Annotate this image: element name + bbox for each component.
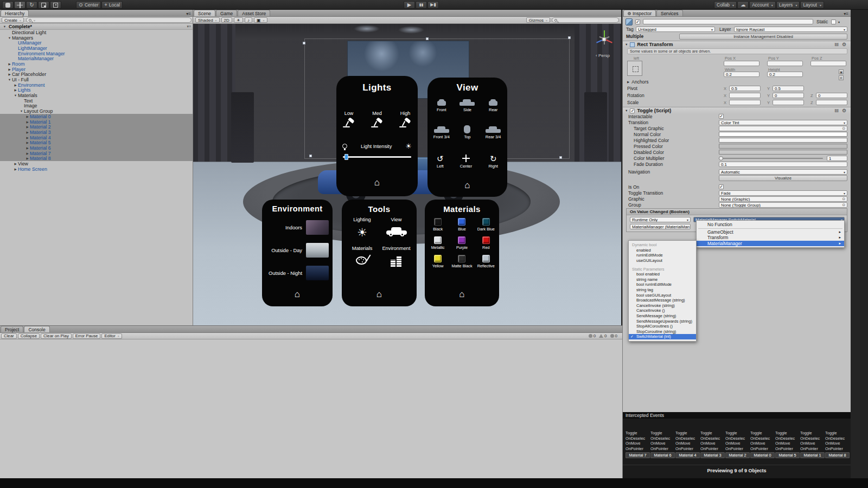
hierarchy-item-material-7[interactable]: ▶Material 7 bbox=[0, 151, 193, 156]
rect-tool-button[interactable] bbox=[50, 1, 61, 9]
rect-transform-gear-icon[interactable]: ⚙ bbox=[842, 42, 846, 47]
rotate-right-button[interactable]: ↻Right bbox=[488, 155, 498, 169]
submenu-item-sendmessage-string[interactable]: SendMessage (string) bbox=[629, 313, 696, 319]
rotate-left-button[interactable]: ↺Left bbox=[437, 155, 444, 169]
height-field[interactable]: 0.2 bbox=[767, 72, 803, 77]
hierarchy-item-material-2[interactable]: ▶Material 2 bbox=[0, 124, 193, 130]
submenu-item-switchmaterial-int[interactable]: ✓SwitchMaterial (int) bbox=[629, 334, 696, 339]
toggle-enabled-checkbox[interactable] bbox=[630, 108, 635, 113]
raw-edit-mode-button[interactable]: R bbox=[839, 75, 844, 80]
fade-duration-field[interactable]: 0.1 bbox=[719, 162, 847, 167]
rect-transform-header[interactable]: ▼ Rect Transform ⚙ ▤ bbox=[623, 41, 851, 48]
scale-y-field[interactable] bbox=[773, 100, 804, 105]
transform-handle[interactable] bbox=[303, 42, 305, 44]
static-checkbox[interactable] bbox=[831, 20, 836, 24]
hierarchy-item-home-screen[interactable]: ▶Home Screen bbox=[0, 166, 193, 172]
event-runtime-dropdown[interactable]: Runtime Only bbox=[630, 217, 691, 222]
tab-hierarchy[interactable]: Hierarchy bbox=[1, 10, 29, 16]
pivot-y-field[interactable]: 0.5 bbox=[773, 86, 804, 91]
submenu-item-runineditmode[interactable]: runInEditMode bbox=[629, 253, 696, 258]
cloud-button[interactable]: ☁ bbox=[737, 1, 749, 9]
hierarchy-item-directional-light[interactable]: Directional Light bbox=[0, 30, 193, 35]
projection-mode-label[interactable]: ‹ Persp bbox=[585, 53, 621, 58]
environment-outside-night-button[interactable]: Outside - Night bbox=[264, 266, 329, 280]
environment-outside-day-button[interactable]: Outside - Day bbox=[264, 243, 329, 258]
tool-view-button[interactable]: View bbox=[386, 217, 407, 238]
submenu-item-string-tag[interactable]: string tag bbox=[629, 287, 696, 293]
submenu-item-bool-runineditmode[interactable]: bool runInEditMode bbox=[629, 282, 696, 287]
hierarchy-item-material-3[interactable]: ▶Material 3 bbox=[0, 130, 193, 135]
tag-dropdown[interactable]: Untagged bbox=[636, 27, 715, 32]
pressed-color-swatch[interactable] bbox=[719, 144, 847, 149]
layers-button[interactable]: Layers▾ bbox=[776, 1, 800, 9]
interactable-checkbox[interactable] bbox=[719, 114, 724, 119]
hierarchy-item-car-placeholder[interactable]: ▶Car Placeholder bbox=[0, 72, 193, 78]
group-object-field[interactable]: None (Toggle Group) bbox=[719, 202, 847, 208]
hierarchy-item-lightmanager[interactable]: LightManager bbox=[0, 46, 193, 51]
tool-lighting-button[interactable]: Lighting☀ bbox=[353, 217, 371, 238]
hierarchy-item-material-0[interactable]: ▶Material 0 bbox=[0, 114, 193, 119]
rotation-y-field[interactable]: 0 bbox=[773, 93, 804, 98]
pos-x-field[interactable] bbox=[724, 61, 760, 66]
tab-console[interactable]: Console bbox=[24, 326, 49, 332]
tool-materials-button[interactable]: Materials bbox=[352, 246, 373, 267]
material-red-button[interactable]: Red bbox=[475, 236, 497, 250]
hand-tool-button[interactable] bbox=[2, 1, 14, 9]
hierarchy-item-material-8[interactable]: ▶Material 8 bbox=[0, 156, 193, 162]
gizmo-center-cube[interactable] bbox=[602, 37, 606, 41]
pause-button[interactable]: ▮▮ bbox=[416, 1, 427, 9]
scene-header-row[interactable]: ▼ Complete* ▾≡ bbox=[0, 24, 193, 30]
warning-count-badge[interactable]: 0 bbox=[599, 333, 607, 338]
color-multiplier-slider[interactable] bbox=[719, 158, 823, 159]
transform-handle[interactable] bbox=[309, 155, 312, 157]
target-graphic-object-field[interactable] bbox=[719, 126, 847, 131]
menu-item-no-function[interactable]: No Function bbox=[697, 222, 844, 228]
submenu-item-stopcoroutine-string[interactable]: StopCoroutine (string) bbox=[629, 329, 696, 335]
foldout-icon[interactable]: ▶ bbox=[25, 131, 30, 134]
layout-button[interactable]: Layout▾ bbox=[800, 1, 824, 9]
submenu-item-useguilayout[interactable]: useGUILayout bbox=[629, 258, 696, 264]
hierarchy-item-image[interactable]: Image bbox=[0, 104, 193, 109]
hierarchy-item-text[interactable]: Text bbox=[0, 98, 193, 104]
foldout-icon[interactable]: ▶ bbox=[25, 115, 30, 118]
foldout-icon[interactable]: ▶ bbox=[13, 168, 18, 171]
hierarchy-item-materials[interactable]: ▼Materials bbox=[0, 93, 193, 98]
submenu-item-stopallcoroutines[interactable]: StopAllCoroutines () bbox=[629, 324, 696, 329]
console-clear-on-play-button[interactable]: Clear on Play bbox=[41, 333, 72, 339]
navigation-dropdown[interactable]: Automatic bbox=[719, 169, 847, 175]
foldout-icon[interactable]: ▶ bbox=[13, 84, 18, 87]
view-top-button[interactable]: Top bbox=[458, 125, 476, 139]
home-button[interactable]: ⌂ bbox=[425, 290, 499, 299]
toggle-foldout-icon[interactable]: ▼ bbox=[625, 109, 628, 112]
material-reflective-button[interactable]: Reflective bbox=[475, 255, 497, 268]
hierarchy-item-ui-full[interactable]: ▼UI - Full bbox=[0, 77, 193, 82]
console-collapse-button[interactable]: Collapse bbox=[18, 333, 40, 339]
home-button[interactable]: ⌂ bbox=[336, 178, 418, 187]
toggle-help-icon[interactable]: ▤ bbox=[834, 108, 839, 113]
scene-search-input[interactable] bbox=[552, 17, 619, 23]
hierarchy-item-materialmanager[interactable]: MaterialManager bbox=[0, 56, 193, 61]
console-clear-button[interactable]: Clear bbox=[1, 333, 17, 339]
hierarchy-item-managers[interactable]: ▼Managers bbox=[0, 35, 193, 41]
submenu-item-enabled[interactable]: enabled bbox=[629, 248, 696, 253]
scale-x-field[interactable] bbox=[729, 100, 761, 105]
scene-orientation-gizmo[interactable] bbox=[592, 27, 617, 52]
instance-management-button[interactable]: Instance Management Disabled bbox=[679, 34, 847, 40]
hierarchy-search-input[interactable]: ▾ bbox=[26, 17, 192, 23]
material-metallic-button[interactable]: Metallic bbox=[426, 236, 449, 250]
step-button[interactable]: ▶▮ bbox=[427, 1, 439, 9]
light-intensity-slider[interactable] bbox=[343, 156, 411, 158]
foldout-icon[interactable]: ▶ bbox=[25, 136, 30, 139]
foldout-icon[interactable]: ▶ bbox=[7, 73, 12, 76]
home-button[interactable]: ⌂ bbox=[262, 290, 333, 299]
submenu-item-cancelinvoke-string[interactable]: CancelInvoke (string) bbox=[629, 303, 696, 309]
panel-divider[interactable] bbox=[193, 10, 193, 325]
material-dark-blue-button[interactable]: Dark Blue bbox=[475, 218, 497, 232]
material-yellow-button[interactable]: Yellow bbox=[426, 255, 449, 268]
foldout-icon[interactable]: ▶ bbox=[25, 125, 30, 129]
hierarchy-item-view[interactable]: ▶View bbox=[0, 161, 193, 166]
menu-item-gameobject[interactable]: GameObject▸ bbox=[697, 229, 844, 235]
play-button[interactable]: ▶ bbox=[404, 1, 415, 9]
rotation-x-field[interactable] bbox=[729, 93, 761, 98]
disabled-color-swatch[interactable] bbox=[719, 150, 847, 155]
